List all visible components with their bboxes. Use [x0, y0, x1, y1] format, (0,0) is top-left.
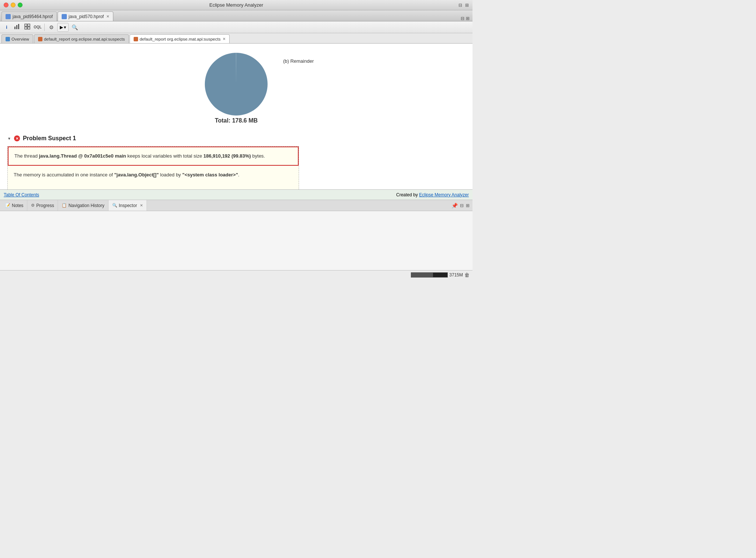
notes-tab-label: Notes — [12, 203, 23, 208]
report-tab-2-label: default_report org.eclipse.mat.api:suspe… — [140, 37, 220, 41]
overview-tab-label: Overview — [11, 37, 29, 41]
settings-button[interactable]: ⚙ — [47, 23, 56, 32]
report-tab-2-close[interactable]: ✕ — [223, 37, 226, 41]
minimize-button[interactable] — [11, 3, 16, 7]
info-icon: i — [6, 24, 7, 30]
problem-section-header: ▼ ✕ Problem Suspect 1 — [7, 135, 465, 142]
oql-button[interactable]: OQL — [33, 23, 42, 32]
nav-history-tab-icon: 📋 — [62, 203, 67, 208]
main-content-area: (b) Remainder Total: 178.6 MB ▼ ✕ Proble… — [0, 44, 472, 189]
run-icon: ▶ — [60, 25, 63, 30]
report-tab-1-label: default_report org.eclipse.mat.api:suspe… — [44, 37, 125, 41]
dropdown-arrow-icon: ▾ — [64, 25, 66, 30]
notes-tab[interactable]: 📝 Notes — [1, 200, 27, 211]
file-tab-1-label: java_pid95464.hprof — [13, 14, 53, 19]
error-icon: ✕ — [14, 135, 20, 141]
memory-amount: 3715M — [449, 272, 463, 278]
maximize-button[interactable] — [18, 3, 23, 7]
progress-tab[interactable]: ⚙ Progress — [27, 200, 58, 211]
memory-bar-fill — [411, 273, 433, 277]
problem-title: Problem Suspect 1 — [23, 135, 76, 142]
file-tab-right-actions[interactable]: ⊟ ⊞ — [461, 16, 472, 21]
notes-tab-icon: 📝 — [5, 203, 10, 208]
bottom-minimize-icon[interactable]: ⊟ — [460, 203, 464, 208]
memory-indicator: 3715M 🗑 — [411, 272, 470, 278]
svg-rect-5 — [25, 27, 27, 29]
svg-rect-1 — [16, 25, 17, 29]
svg-rect-6 — [28, 27, 30, 29]
progress-tab-label: Progress — [36, 203, 54, 208]
bar-chart-icon — [14, 24, 20, 31]
highlight-box: The thread java.lang.Thread @ 0x7a001c5e… — [8, 147, 299, 166]
status-bar: 3715M 🗑 — [0, 270, 472, 279]
overview-tab-icon — [6, 37, 10, 41]
hprof-icon-2 — [62, 14, 67, 19]
heap-dump-button[interactable] — [23, 23, 32, 32]
inspector-tab-close[interactable]: ✕ — [140, 203, 143, 207]
report-tab-2[interactable]: default_report org.eclipse.mat.api:suspe… — [130, 34, 230, 43]
footer-bar: Table Of Contents Created by Eclipse Mem… — [0, 189, 472, 200]
close-button[interactable] — [4, 3, 8, 7]
report-tab-1-icon — [38, 37, 42, 41]
file-tab-2[interactable]: java_pid570.hprof ✕ — [58, 11, 113, 21]
created-by-link[interactable]: Eclipse Memory Analyzer — [419, 192, 469, 197]
inspector-tab[interactable]: 🔍 Inspector ✕ — [109, 200, 147, 211]
window-title: Eclipse Memory Analyzer — [209, 2, 263, 8]
bottom-tabs-bar: 📝 Notes ⚙ Progress 📋 Navigation History … — [0, 200, 472, 211]
grid-icon — [24, 24, 30, 31]
progress-tab-icon: ⚙ — [31, 203, 35, 208]
window-controls[interactable] — [4, 3, 23, 7]
chart-area: (b) Remainder Total: 178.6 MB — [7, 51, 465, 131]
pin-icon[interactable]: 📌 — [451, 203, 458, 209]
restore-icon[interactable]: ⊟ — [458, 3, 462, 8]
toolbar-separator — [44, 24, 45, 31]
svg-rect-2 — [18, 24, 19, 29]
report-tab-2-icon — [134, 37, 138, 41]
svg-rect-0 — [14, 27, 16, 29]
info-line-1: The memory is accumulated in one instanc… — [14, 171, 293, 179]
svg-rect-4 — [28, 24, 30, 26]
bottom-panel-content — [0, 211, 472, 270]
inspector-tab-icon: 🔍 — [112, 203, 117, 208]
toc-link[interactable]: Table Of Contents — [4, 192, 39, 197]
file-tab-2-close[interactable]: ✕ — [106, 14, 109, 18]
pie-chart — [192, 51, 281, 117]
gc-button[interactable]: 🗑 — [464, 272, 470, 278]
bottom-maximize-icon[interactable]: ⊞ — [466, 203, 470, 208]
memory-bar — [411, 272, 448, 278]
maximize-editor-icon[interactable]: ⊞ — [466, 16, 470, 21]
sql-icon: OQL — [34, 25, 42, 29]
remainder-label: (b) Remainder — [283, 58, 314, 64]
report-tabs-bar: Overview default_report org.eclipse.mat.… — [0, 33, 472, 44]
hprof-icon-1 — [6, 14, 11, 19]
bottom-panel-actions[interactable]: 📌 ⊟ ⊞ — [451, 203, 470, 209]
title-bar-right-controls[interactable]: ⊟ ⊞ — [458, 3, 469, 8]
expand-icon[interactable]: ⊞ — [465, 3, 469, 8]
main-toolbar: i OQL ⚙ ▶ ▾ 🔍 — [0, 21, 472, 33]
search-icon: 🔍 — [72, 24, 78, 30]
highlight-text: The thread java.lang.Thread @ 0x7a001c5e… — [14, 153, 265, 159]
svg-rect-3 — [25, 24, 27, 26]
title-bar: Eclipse Memory Analyzer ⊟ ⊞ — [0, 0, 472, 10]
gear-icon: ⚙ — [49, 24, 54, 30]
total-label: Total: 178.6 MB — [185, 117, 288, 124]
collapse-icon[interactable]: ▼ — [7, 137, 11, 141]
file-tabs-bar: java_pid95464.hprof java_pid570.hprof ✕ … — [0, 10, 472, 21]
search-button[interactable]: 🔍 — [70, 23, 79, 32]
bottom-panel: 📝 Notes ⚙ Progress 📋 Navigation History … — [0, 200, 472, 270]
nav-history-tab[interactable]: 📋 Navigation History — [58, 200, 108, 211]
report-tab-1[interactable]: default_report org.eclipse.mat.api:suspe… — [34, 34, 129, 43]
run-dropdown[interactable]: ▶ ▾ — [57, 23, 69, 32]
overview-tab[interactable]: Overview — [1, 34, 33, 43]
minimize-editor-icon[interactable]: ⊟ — [461, 16, 464, 21]
problem-content-box: The thread java.lang.Thread @ 0x7a001c5e… — [7, 146, 299, 189]
nav-history-tab-label: Navigation History — [68, 203, 104, 208]
overview-button[interactable] — [13, 23, 21, 32]
info-section: The memory is accumulated in one instanc… — [8, 166, 299, 190]
inspector-tab-label: Inspector — [119, 203, 137, 208]
file-tab-1[interactable]: java_pid95464.hprof — [1, 11, 57, 21]
info-button[interactable]: i — [2, 23, 11, 32]
file-tab-2-label: java_pid570.hprof — [69, 14, 104, 19]
created-by-text: Created by Eclipse Memory Analyzer — [396, 192, 469, 197]
